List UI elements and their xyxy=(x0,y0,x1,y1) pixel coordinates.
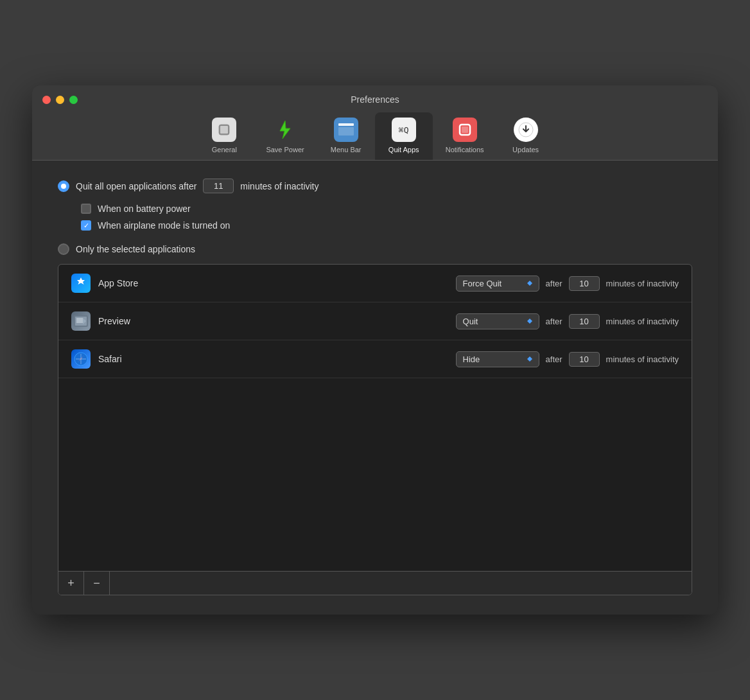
window-title: Preferences xyxy=(351,94,399,105)
safari-controls: Hide Quit Force Quit after minutes of in… xyxy=(456,351,679,367)
save-power-icon xyxy=(273,118,297,142)
svg-rect-6 xyxy=(462,127,468,133)
toolbar-item-general[interactable]: General xyxy=(195,112,253,160)
preview-icon xyxy=(71,311,91,331)
menu-bar-label: Menu Bar xyxy=(331,146,362,153)
close-button[interactable] xyxy=(42,96,51,104)
titlebar: Preferences General xyxy=(32,85,718,160)
quit-apps-icon: ⌘Q xyxy=(392,118,416,142)
maximize-button[interactable] xyxy=(69,96,78,104)
add-app-button[interactable]: + xyxy=(58,572,84,595)
safari-action-select[interactable]: Hide Quit Force Quit xyxy=(456,351,539,367)
quit-all-prefix: Quit all open applications after xyxy=(76,181,196,191)
quit-all-suffix: minutes of inactivity xyxy=(240,181,318,191)
preview-name: Preview xyxy=(98,316,456,326)
toolbar-item-menu-bar[interactable]: Menu Bar xyxy=(317,112,375,160)
app-store-after: after xyxy=(546,279,562,288)
battery-power-checkbox[interactable] xyxy=(81,204,91,214)
apps-table: App Store Force Quit Quit Hide after min… xyxy=(58,264,692,595)
minimize-button[interactable] xyxy=(56,96,64,104)
toolbar-item-updates[interactable]: Updates xyxy=(497,112,555,160)
general-icon xyxy=(212,118,236,142)
app-store-icon xyxy=(71,274,91,293)
sub-options: When on battery power ✓ When airplane mo… xyxy=(81,204,692,231)
notifications-icon xyxy=(453,118,477,142)
preview-minutes-input[interactable] xyxy=(569,314,600,329)
remove-app-button[interactable]: − xyxy=(84,572,110,595)
quit-all-row: Quit all open applications after minutes… xyxy=(58,179,692,193)
airplane-mode-label: When airplane mode is turned on xyxy=(98,220,230,231)
safari-inactivity: minutes of inactivity xyxy=(606,354,679,364)
svg-rect-3 xyxy=(338,123,354,126)
preview-action-select[interactable]: Quit Force Quit Hide xyxy=(456,313,539,329)
app-store-minutes-input[interactable] xyxy=(569,276,600,291)
table-empty-area xyxy=(58,378,692,571)
updates-label: Updates xyxy=(512,146,539,153)
only-selected-radio[interactable] xyxy=(58,243,69,255)
svg-rect-4 xyxy=(338,127,354,136)
app-store-action-select[interactable]: Force Quit Quit Hide xyxy=(456,276,539,292)
table-row: Safari Hide Quit Force Quit after minute… xyxy=(58,340,692,378)
battery-power-label: When on battery power xyxy=(98,204,191,214)
toolbar-item-notifications[interactable]: Notifications xyxy=(433,112,497,160)
preview-controls: Quit Force Quit Hide after minutes of in… xyxy=(456,313,679,329)
safari-name: Safari xyxy=(98,354,456,364)
notifications-label: Notifications xyxy=(446,146,484,153)
only-selected-row: Only the selected applications xyxy=(58,243,692,255)
app-store-name: App Store xyxy=(98,278,456,288)
svg-marker-2 xyxy=(280,121,290,139)
battery-power-row: When on battery power xyxy=(81,204,692,214)
airplane-mode-checkbox[interactable]: ✓ xyxy=(81,220,91,231)
preferences-window: Preferences General xyxy=(32,85,718,615)
preview-inactivity: minutes of inactivity xyxy=(606,317,679,326)
safari-minutes-input[interactable] xyxy=(569,352,600,367)
toolbar: General Save Power xyxy=(195,112,554,160)
table-row: Preview Quit Force Quit Hide after minut… xyxy=(58,302,692,340)
content-area: Quit all open applications after minutes… xyxy=(32,161,718,615)
quit-all-radio[interactable] xyxy=(58,180,69,192)
airplane-mode-row: ✓ When airplane mode is turned on xyxy=(81,220,692,231)
svg-rect-10 xyxy=(76,318,83,323)
preview-after: after xyxy=(546,317,562,326)
menu-bar-icon xyxy=(334,118,358,142)
toolbar-item-save-power[interactable]: Save Power xyxy=(253,112,317,160)
general-label: General xyxy=(212,146,237,153)
svg-rect-1 xyxy=(220,126,228,134)
safari-icon xyxy=(71,349,91,369)
toolbar-item-quit-apps[interactable]: ⌘Q Quit Apps xyxy=(375,112,433,160)
table-row: App Store Force Quit Quit Hide after min… xyxy=(58,265,692,302)
window-controls xyxy=(42,96,78,104)
safari-after: after xyxy=(546,354,562,364)
app-store-inactivity: minutes of inactivity xyxy=(606,279,679,288)
updates-icon xyxy=(514,118,538,142)
quit-apps-label: Quit Apps xyxy=(388,146,419,153)
quit-all-minutes-input[interactable] xyxy=(203,179,234,193)
table-footer: + − xyxy=(58,571,692,595)
app-store-controls: Force Quit Quit Hide after minutes of in… xyxy=(456,276,679,292)
only-selected-label: Only the selected applications xyxy=(76,244,195,254)
save-power-label: Save Power xyxy=(266,146,304,153)
